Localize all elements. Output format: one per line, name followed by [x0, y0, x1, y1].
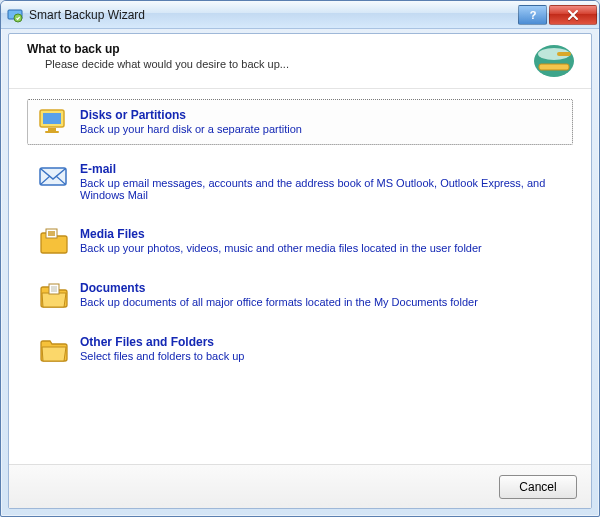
titlebar: Smart Backup Wizard ? [1, 1, 599, 29]
option-desc: Back up your hard disk or a separate par… [80, 123, 302, 135]
svg-rect-8 [43, 113, 61, 124]
option-desc: Select files and folders to back up [80, 350, 244, 362]
folder-icon [38, 335, 70, 363]
option-desc: Back up email messages, accounts and the… [80, 177, 562, 201]
option-title: Other Files and Folders [80, 335, 244, 349]
option-disks[interactable]: Disks or Partitions Back up your hard di… [27, 99, 573, 145]
option-desc: Back up documents of all major office fo… [80, 296, 478, 308]
titlebar-buttons: ? [518, 5, 597, 25]
documents-folder-icon [38, 281, 70, 309]
app-icon [7, 7, 23, 23]
option-media[interactable]: Media Files Back up your photos, videos,… [27, 218, 573, 264]
option-text: E-mail Back up email messages, accounts … [80, 162, 562, 201]
page-subtitle: Please decide what would you desire to b… [45, 58, 531, 70]
option-text: Other Files and Folders Select files and… [80, 335, 244, 362]
cancel-button[interactable]: Cancel [499, 475, 577, 499]
help-button[interactable]: ? [518, 5, 547, 25]
option-text: Media Files Back up your photos, videos,… [80, 227, 482, 254]
options-list: Disks or Partitions Back up your hard di… [9, 89, 591, 464]
option-title: Disks or Partitions [80, 108, 302, 122]
svg-rect-10 [45, 131, 59, 133]
wizard-footer: Cancel [9, 464, 591, 508]
header-text: What to back up Please decide what would… [27, 42, 531, 70]
option-title: Media Files [80, 227, 482, 241]
page-title: What to back up [27, 42, 531, 56]
client-area: What to back up Please decide what would… [8, 33, 592, 509]
wizard-header: What to back up Please decide what would… [9, 34, 591, 89]
window-title: Smart Backup Wizard [29, 8, 518, 22]
svg-rect-13 [48, 231, 55, 236]
option-other[interactable]: Other Files and Folders Select files and… [27, 326, 573, 372]
option-title: Documents [80, 281, 478, 295]
wizard-window: Smart Backup Wizard ? What to back up Pl… [0, 0, 600, 517]
close-button[interactable] [549, 5, 597, 25]
option-desc: Back up your photos, videos, music and o… [80, 242, 482, 254]
svg-rect-5 [539, 64, 569, 70]
svg-rect-6 [557, 52, 571, 56]
option-email[interactable]: E-mail Back up email messages, accounts … [27, 153, 573, 210]
monitor-icon [38, 108, 70, 136]
svg-rect-9 [48, 128, 56, 131]
header-wizard-icon [531, 42, 577, 80]
svg-text:?: ? [529, 9, 536, 21]
option-documents[interactable]: Documents Back up documents of all major… [27, 272, 573, 318]
option-text: Documents Back up documents of all major… [80, 281, 478, 308]
envelope-icon [38, 162, 70, 190]
option-title: E-mail [80, 162, 562, 176]
option-text: Disks or Partitions Back up your hard di… [80, 108, 302, 135]
media-folder-icon [38, 227, 70, 255]
